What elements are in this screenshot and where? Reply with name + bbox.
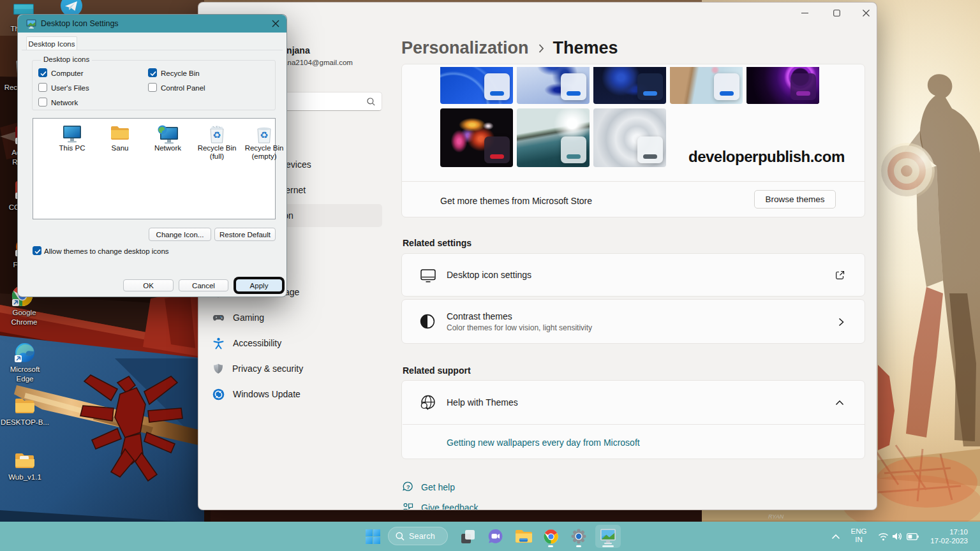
chrome-running-indicator: [548, 545, 553, 547]
start-button[interactable]: [361, 522, 384, 551]
wifi-icon-glyph: [878, 533, 889, 541]
theme-accent-pill: [567, 91, 581, 96]
help-with-themes-card[interactable]: Help with Themes Getting new wallpapers …: [401, 380, 865, 459]
card-divider: [402, 181, 865, 182]
theme-preview-card: [561, 136, 586, 163]
taskbar-search[interactable]: Search: [388, 527, 448, 545]
sidebar-item-privacy-security[interactable]: Privacy & security: [206, 357, 382, 380]
watermark-text: developerpublish.com: [688, 148, 845, 166]
battery-icon[interactable]: [907, 522, 919, 551]
window-minimize-button[interactable]: [790, 3, 819, 23]
chevron-right-icon: [838, 318, 844, 327]
checkbox-users-files[interactable]: [38, 83, 47, 92]
theme-accent-pill: [490, 154, 504, 159]
check-icon: [149, 70, 157, 77]
theme-tile-blue-swirl[interactable]: [440, 67, 513, 104]
allow-themes-label: Allow themes to change desktop icons: [44, 247, 169, 255]
privacy-shield-icon: [212, 363, 224, 374]
theme-tile-calla-lilies[interactable]: [440, 108, 513, 167]
sidebar-item-accessibility[interactable]: Accessibility: [206, 332, 382, 355]
restore-default-button[interactable]: Restore Default: [214, 228, 276, 241]
desktop-icon-desktop-folder[interactable]: DESKTOP-B...: [15, 397, 35, 415]
help-card-divider: [403, 424, 865, 425]
give-feedback-row[interactable]: Give feedback: [403, 502, 479, 510]
edge-icon: [14, 342, 36, 364]
get-help-link[interactable]: Get help: [421, 482, 455, 492]
theme-tile-lake-landscape[interactable]: [517, 108, 590, 167]
chat-button[interactable]: [484, 522, 506, 551]
file-explorer-button[interactable]: [512, 522, 534, 551]
window-maximize-button[interactable]: [822, 3, 851, 23]
dialog-tab-desktop-icons[interactable]: Desktop Icons: [26, 36, 77, 50]
breadcrumb-chevron-icon: [538, 43, 544, 54]
task-view-button[interactable]: [457, 522, 479, 551]
theme-preview-card: [637, 136, 663, 163]
theme-tile-bloom-light[interactable]: [517, 67, 590, 104]
listbox-recycle-empty-label: Recycle Bin(empty): [237, 144, 292, 161]
checkbox-computer[interactable]: [38, 68, 47, 77]
desktop-icon-settings-dialog: Desktop Icon Settings Desktop Icons Desk…: [17, 14, 287, 297]
dialog-title: Desktop Icon Settings: [41, 19, 119, 28]
speaker-icon: [892, 532, 902, 541]
listbox-this-pc-icon[interactable]: [52, 125, 93, 143]
theme-accent-pill: [490, 91, 504, 96]
sidebar-item-windows-update[interactable]: Windows Update: [206, 383, 382, 406]
checkbox-computer-label: Computer: [51, 70, 84, 77]
tray-chevron[interactable]: [831, 522, 840, 551]
tray-clock[interactable]: 17:1017-02-2023: [930, 527, 968, 545]
settings-window: Sanjana sanjana2104@gmail.com System Blu…: [198, 2, 877, 510]
contrast-themes-card[interactable]: Contrast themes Color themes for low vis…: [401, 299, 865, 344]
window-close-button[interactable]: [851, 3, 877, 23]
dialog-title-bar[interactable]: Desktop Icon Settings: [18, 15, 286, 33]
desktop-icon-settings-card[interactable]: Desktop icon settings: [401, 253, 865, 297]
theme-tile-fabric-swirl[interactable]: [593, 108, 666, 167]
tab-strip-line: [22, 50, 283, 50]
listbox-recycle-full-icon[interactable]: ♻: [197, 125, 237, 144]
svg-text:♻: ♻: [212, 129, 221, 141]
theme-preview-card: [484, 136, 510, 163]
wallpapers-link[interactable]: Getting new wallpapers every day from Mi…: [447, 437, 640, 448]
dialog-close-icon[interactable]: [272, 20, 279, 27]
chevron-up-icon: [835, 400, 844, 406]
checkbox-users-files-label: User's Files: [51, 84, 89, 92]
checkbox-control-panel[interactable]: [148, 83, 157, 92]
external-link-icon: [835, 270, 845, 280]
accessibility-icon: [212, 337, 225, 349]
theme-preview-card: [484, 73, 510, 100]
theme-accent-pill: [643, 91, 657, 96]
desktop-icon-microsoft-edge[interactable]: MicrosoftEdge: [14, 342, 36, 364]
folder-icon: [15, 397, 35, 415]
desktop-icon-wub-folder[interactable]: Wub_v1.1: [15, 452, 35, 470]
related-support-heading: Related support: [403, 365, 471, 376]
sidebar-item-gaming[interactable]: Gaming: [206, 306, 382, 329]
language-indicator[interactable]: ENGIN: [849, 527, 869, 544]
theme-tile-purple-glow[interactable]: [746, 67, 819, 104]
listbox-recycle-empty-icon[interactable]: ♻: [244, 125, 285, 144]
battery-icon-glyph: [907, 533, 919, 540]
checkbox-network-label: Network: [51, 99, 78, 107]
browse-themes-button[interactable]: Browse themes: [754, 190, 836, 209]
theme-tile-beach-blossom[interactable]: [670, 67, 743, 104]
minimize-icon: [801, 10, 808, 17]
volume-icon[interactable]: [892, 522, 902, 551]
wifi-icon[interactable]: [878, 522, 889, 551]
gaming-icon: [212, 312, 225, 324]
theme-preview-card: [561, 73, 586, 100]
theme-tile-bloom-dark[interactable]: [593, 67, 666, 104]
listbox-network-icon[interactable]: [147, 125, 188, 144]
breadcrumb-personalization[interactable]: Personalization: [401, 38, 529, 58]
checkbox-control-panel-label: Control Panel: [161, 84, 205, 92]
checkbox-network[interactable]: [38, 98, 47, 107]
icon-listbox[interactable]: This PC Sanu Network: [33, 118, 276, 219]
give-feedback-link[interactable]: Give feedback: [421, 503, 479, 511]
cancel-button[interactable]: Cancel: [179, 279, 228, 291]
apply-button[interactable]: Apply: [236, 279, 282, 291]
ok-button[interactable]: OK: [123, 279, 174, 291]
change-icon-button[interactable]: Change Icon...: [149, 228, 211, 241]
listbox-sanu-icon[interactable]: [100, 125, 140, 142]
get-help-row[interactable]: ? Get help: [403, 481, 455, 492]
breadcrumb-themes: Themes: [553, 38, 618, 58]
checkbox-allow-themes[interactable]: [33, 246, 41, 255]
checkbox-recycle-bin[interactable]: [148, 68, 157, 77]
tray-date: 17-02-2023: [930, 537, 968, 545]
